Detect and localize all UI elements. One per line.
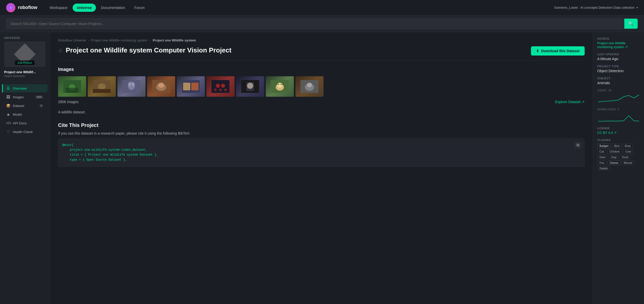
logo-area[interactable]: r roboflow bbox=[6, 3, 37, 12]
license-section: LICENSE CC BY 4.0 ↗ bbox=[597, 127, 640, 135]
top-navigation: r roboflow Workspace Universe Documentat… bbox=[0, 0, 644, 15]
svg-point-29 bbox=[277, 83, 282, 88]
svg-rect-4 bbox=[66, 88, 79, 93]
license-label: LICENSE bbox=[597, 127, 640, 130]
image-thumb[interactable] bbox=[88, 76, 116, 97]
image-thumb[interactable] bbox=[58, 76, 86, 97]
right-panel: SOURCE Project one Wildlife monitoring s… bbox=[593, 32, 644, 304]
nav-docs[interactable]: Documentation bbox=[97, 4, 129, 12]
downloads-chart-section: DOWNLOADS: 5 bbox=[597, 108, 640, 123]
thumb-inner bbox=[58, 76, 86, 97]
sidebar-item-model[interactable]: ◈ Model bbox=[2, 110, 48, 118]
download-dataset-button[interactable]: ⬇ Download this Dataset bbox=[531, 46, 585, 56]
sidebar-item-label: Health Check bbox=[13, 130, 33, 134]
views-chart-section: VIEWS: 35 bbox=[597, 89, 640, 104]
views-label: VIEWS: 35 bbox=[597, 89, 640, 92]
thumb-inner bbox=[147, 76, 175, 97]
images-footer: 2806 images Explore Dataset ↗ bbox=[58, 100, 585, 104]
sidebar-project-type: Object Detection bbox=[0, 74, 50, 81]
class-tag[interactable]: Chicken bbox=[607, 149, 622, 154]
explore-dataset-link[interactable]: Explore Dataset ↗ bbox=[555, 100, 585, 104]
class-tag[interactable]: Geese bbox=[607, 160, 620, 165]
source-section: SOURCE Project one Wildlife monitoring s… bbox=[597, 37, 640, 49]
sidebar-item-dataset[interactable]: 📦 Dataset 5 bbox=[2, 102, 48, 110]
svg-point-10 bbox=[128, 82, 131, 86]
svg-point-20 bbox=[221, 84, 225, 88]
class-tag[interactable]: Fox bbox=[597, 160, 606, 165]
nav-forum[interactable]: Forum bbox=[130, 4, 149, 12]
images-strip bbox=[58, 76, 585, 97]
sidebar: UNIVERSE Edit Project Project one Wildli… bbox=[0, 32, 50, 304]
breadcrumb-project-system[interactable]: Project one Wildlife monitoring system bbox=[91, 38, 147, 42]
image-thumb[interactable] bbox=[117, 76, 146, 97]
image-thumb[interactable] bbox=[295, 76, 324, 97]
last-updated-value: A Minute Ago bbox=[597, 57, 640, 61]
breadcrumb-sep1: › bbox=[88, 38, 89, 42]
svg-point-21 bbox=[219, 89, 222, 91]
svg-point-26 bbox=[247, 83, 253, 89]
images-badge: 2806 bbox=[35, 95, 43, 99]
bibtex-code: @misc{ project-one-wildlife-system-lsden… bbox=[62, 143, 580, 162]
class-tag[interactable]: Boar bbox=[623, 144, 633, 148]
svg-rect-7 bbox=[93, 89, 111, 93]
class-tag[interactable]: Rabbit bbox=[597, 166, 610, 171]
sidebar-item-api-docs[interactable]: </> API Docs bbox=[2, 119, 48, 127]
breadcrumb-universe[interactable]: Roboflow Universe bbox=[58, 38, 86, 42]
copy-button[interactable]: ⧉ bbox=[574, 142, 581, 148]
sidebar-item-label: API Docs bbox=[13, 121, 27, 125]
thumb-inner bbox=[117, 76, 146, 97]
license-value: CC BY 4.0 ↗ bbox=[597, 131, 617, 135]
sidebar-project-name: Project one Wildlif... bbox=[0, 70, 50, 74]
class-tag[interactable]: Mouse bbox=[621, 160, 635, 165]
class-tag[interactable]: Duck bbox=[620, 155, 631, 159]
image-thumb[interactable] bbox=[206, 76, 235, 97]
image-thumb[interactable] bbox=[266, 76, 294, 97]
main-content: Roboflow Universe › Project one Wildlife… bbox=[50, 32, 593, 304]
svg-rect-17 bbox=[191, 83, 198, 90]
class-tag[interactable]: Dog bbox=[609, 155, 619, 159]
breadcrumb-sep2: › bbox=[150, 38, 151, 42]
nav-links: Workspace Universe Documentation Forum bbox=[46, 4, 554, 12]
thumb-inner bbox=[177, 76, 205, 97]
page-title: Project one Wildlife system Computer Vis… bbox=[66, 46, 231, 54]
svg-text:r: r bbox=[10, 6, 12, 9]
svg-point-22 bbox=[214, 89, 217, 91]
class-tag[interactable]: Bird bbox=[612, 144, 621, 148]
user-label: Soenens_Lowie : Ai concepts Detection Da… bbox=[554, 6, 635, 9]
overview-icon: ☰ bbox=[6, 86, 10, 90]
sidebar-item-health-check[interactable]: ♡ Health Check bbox=[2, 128, 48, 136]
svg-point-30 bbox=[278, 84, 279, 85]
search-icon: 🔍 bbox=[628, 21, 634, 26]
class-tag[interactable]: Badger bbox=[597, 144, 611, 148]
images-count: 2806 images bbox=[58, 100, 79, 104]
edit-project-button[interactable]: Edit Project bbox=[15, 60, 35, 65]
sidebar-item-label: Dataset bbox=[13, 104, 24, 108]
class-tag[interactable]: Cat bbox=[597, 149, 606, 154]
license-link[interactable]: CC BY 4.0 ↗ bbox=[597, 131, 640, 135]
sidebar-item-overview[interactable]: ☰ Overview bbox=[2, 84, 48, 92]
image-thumb[interactable] bbox=[236, 76, 264, 97]
header-divider bbox=[58, 60, 585, 61]
search-input[interactable] bbox=[6, 19, 624, 28]
user-menu[interactable]: Soenens_Lowie : Ai concepts Detection Da… bbox=[554, 6, 638, 9]
cite-title: Cite This Project bbox=[58, 122, 585, 128]
search-button[interactable]: 🔍 bbox=[624, 19, 638, 29]
bibtex-block: ⧉ @misc{ project-one-wildlife-system-lsd… bbox=[58, 138, 585, 167]
svg-rect-16 bbox=[183, 83, 190, 90]
class-tag[interactable]: Cow bbox=[623, 149, 633, 154]
image-thumb[interactable] bbox=[147, 76, 175, 97]
downloads-label: DOWNLOADS: 5 bbox=[597, 108, 640, 111]
class-tag[interactable]: Deer bbox=[597, 155, 608, 159]
source-label: SOURCE bbox=[597, 37, 640, 40]
star-icon[interactable]: ☆ bbox=[58, 47, 63, 53]
thumb-inner bbox=[295, 76, 324, 97]
chevron-down-icon: ▾ bbox=[637, 6, 638, 9]
api-docs-icon: </> bbox=[6, 121, 10, 125]
nav-universe[interactable]: Universe bbox=[73, 4, 96, 12]
image-thumb[interactable] bbox=[177, 76, 205, 97]
nav-workspace[interactable]: Workspace bbox=[46, 4, 72, 12]
sidebar-item-images[interactable]: 🖼 Images 2806 bbox=[2, 93, 48, 101]
dataset-icon: 📦 bbox=[6, 104, 10, 108]
source-link[interactable]: Project one Wildlife monitoring system ↗ bbox=[597, 41, 640, 49]
dataset-badge: 5 bbox=[39, 104, 43, 107]
